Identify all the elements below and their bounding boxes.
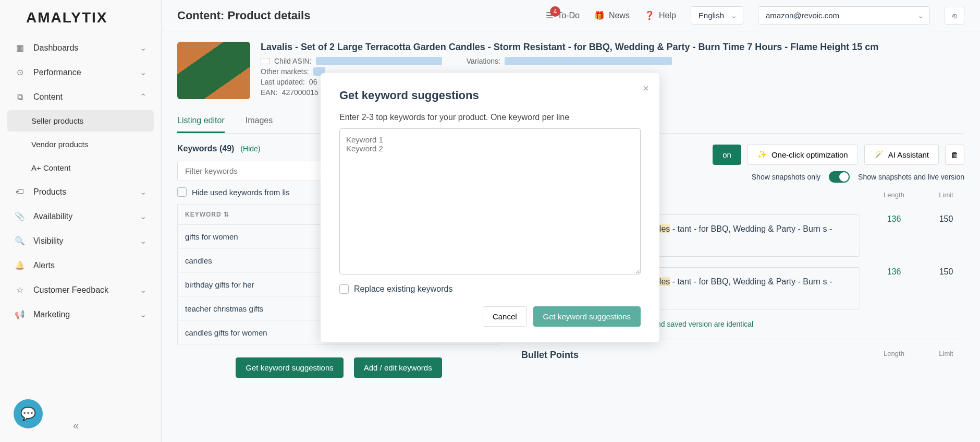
close-modal-button[interactable]: × [643, 82, 649, 94]
modal-title: Get keyword suggestions [339, 89, 641, 102]
modal-help-text: Enter 2-3 top keywords for your product.… [339, 113, 641, 122]
replace-existing-label: Replace existing keywords [354, 284, 452, 294]
replace-existing-checkbox[interactable] [339, 284, 349, 294]
keyword-suggestions-modal: × Get keyword suggestions Enter 2-3 top … [321, 73, 659, 342]
get-suggestions-submit-button[interactable]: Get keyword suggestions [533, 306, 641, 327]
keywords-textarea[interactable] [339, 128, 641, 274]
cancel-button[interactable]: Cancel [483, 306, 527, 327]
modal-backdrop[interactable]: × Get keyword suggestions Enter 2-3 top … [0, 0, 980, 442]
